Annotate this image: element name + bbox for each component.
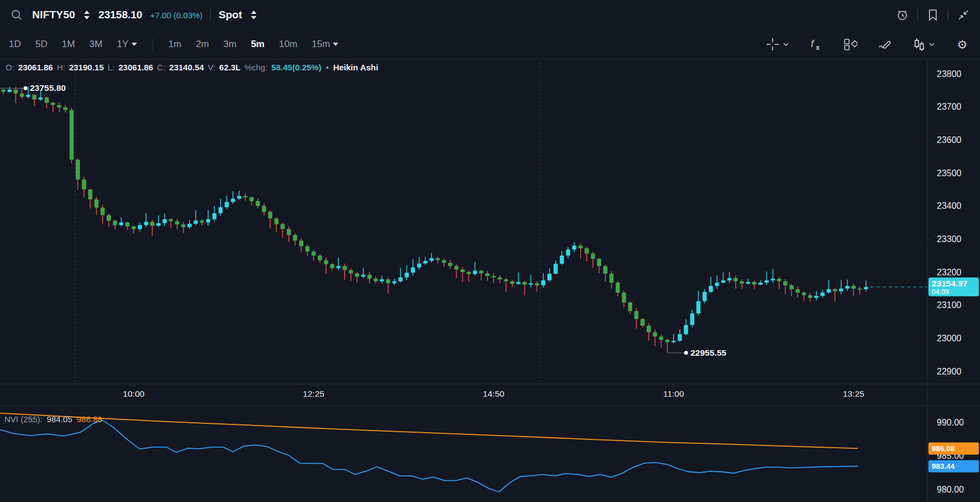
settings-gear-icon: ⚙ [957,39,968,50]
collapse-icon [957,9,969,21]
divider [948,9,948,21]
indicator-axis: 990.00985.00980.00 [927,418,964,494]
svg-text:986.08: 986.08 [932,444,955,453]
chevron-down-icon [783,43,789,46]
svg-text:10:00: 10:00 [123,389,145,398]
chg-key: %chg: [245,63,268,72]
symbol-switcher[interactable] [83,7,90,23]
open-key: O: [6,63,14,72]
low-annotation: 22955.55 [690,348,727,357]
svg-text:23300: 23300 [937,234,962,244]
close-value: 23140.54 [169,63,204,72]
svg-text:23000: 23000 [937,334,962,343]
candlestick-chart-icon [912,37,926,52]
indicator-name: NVI (255): [4,414,42,424]
chart-canvas[interactable]: 2380023700236002350023400233002320023100… [0,59,980,502]
trading-app: { "topbar": { "symbol": "NIFTY50", "pric… [0,0,980,502]
high-key: H: [57,63,65,72]
svg-text:12:25: 12:25 [303,389,324,398]
open-value: 23061.86 [18,63,53,72]
mode-switcher[interactable] [250,7,258,23]
bookmark-icon [927,9,938,21]
chart-region: 2380023700236002350023400233002320023100… [0,59,980,502]
layouts-button[interactable] [842,37,858,52]
indicator-value-1: 984.05 [47,414,72,424]
svg-text:23800: 23800 [937,69,962,79]
svg-text:13:25: 13:25 [843,389,865,398]
interval-10m[interactable]: 10m [279,39,297,50]
search-icon [10,8,23,22]
svg-text:f: f [811,38,815,49]
svg-text:23154.97: 23154.97 [932,279,968,288]
price-change: +7.00 (0.03%) [150,11,203,20]
sort-arrows-icon [251,11,257,19]
last-price-tag: 23154.9704:09 [928,278,979,296]
chart-toolbar: 1D 5D 1M 3M 1Y 1m 2m 3m 5m 10m 15m [0,30,980,59]
time-axis: 10:0012:2514:5011:0013:25 [123,384,865,398]
range-1d[interactable]: 1D [9,39,21,50]
range-1m[interactable]: 1M [62,39,75,50]
indicator-value-tag: 983.44 [928,460,979,472]
indicators-button[interactable]: f x [808,37,824,52]
divider [917,9,918,21]
svg-text:23100: 23100 [937,300,962,310]
chevron-down-icon [333,43,338,46]
crosshair-tool-button[interactable] [765,37,789,52]
svg-text:990.00: 990.00 [937,418,964,427]
low-value: 23061.86 [119,63,154,72]
svg-text:11:00: 11:00 [663,389,684,398]
svg-text:04:09: 04:09 [932,288,949,296]
crosshair-icon [765,37,780,52]
high-annotation: 23755.80 [30,83,66,93]
low-key: L: [108,63,115,72]
svg-text:14:50: 14:50 [483,389,505,398]
svg-text:23200: 23200 [937,268,962,277]
indicator-value-2: 986.88 [77,414,102,424]
collapse-button[interactable] [956,7,971,23]
market-mode[interactable]: Spot [219,9,242,21]
draw-button[interactable] [877,37,892,52]
alerts-button[interactable] [895,7,910,23]
range-3m[interactable]: 3M [89,39,103,50]
bookmark-button[interactable] [925,7,941,23]
svg-text:22900: 22900 [937,367,962,376]
high-value: 23190.15 [69,63,104,72]
range-1y-label: 1Y [117,39,129,50]
svg-text:983.44: 983.44 [932,462,955,470]
svg-text:23600: 23600 [937,135,962,145]
indicator-value-tag: 986.08 [928,442,979,454]
close-key: C: [157,63,165,72]
search-button[interactable] [9,7,24,23]
svg-text:23400: 23400 [937,201,962,211]
symbol-name[interactable]: NIFTY50 [32,9,75,21]
chevron-down-icon [131,43,137,46]
layout-grid-icon [843,37,857,52]
svg-text:980.00: 980.00 [937,485,964,494]
price-axis: 2380023700236002350023400233002320023100… [927,69,962,376]
chevron-down-icon [929,43,935,46]
sort-arrows-icon [84,11,90,19]
indicators-fx-icon: f x [809,37,823,52]
chart-type-button[interactable] [911,37,936,52]
settings-button[interactable]: ⚙ [954,37,970,52]
interval-5m[interactable]: 5m [251,39,265,50]
svg-text:x: x [816,44,820,52]
svg-text:23700: 23700 [937,102,962,111]
divider [153,38,153,50]
chg-value: 58.45(0.25%) [271,63,321,72]
chart-style-label: Heikin Ashi [333,63,378,72]
interval-2m[interactable]: 2m [196,39,209,50]
draw-pencil-icon [877,37,892,52]
range-1y[interactable]: 1Y [117,39,137,50]
main-plot-area[interactable] [0,59,927,384]
interval-15m[interactable]: 15m [312,39,338,50]
interval-15m-label: 15m [312,39,330,50]
ohlc-legend: O: 23061.86 H: 23190.15 L: 23061.86 C: 2… [6,63,378,72]
svg-text:23500: 23500 [937,168,962,178]
last-traded-price: 23158.10 [98,9,142,21]
indicator-legend[interactable]: NVI (255): 984.05 986.88 [4,414,102,424]
range-5d[interactable]: 5D [35,39,48,50]
interval-1m[interactable]: 1m [169,39,182,50]
interval-3m[interactable]: 3m [224,39,237,50]
volume-key: V: [208,63,216,72]
